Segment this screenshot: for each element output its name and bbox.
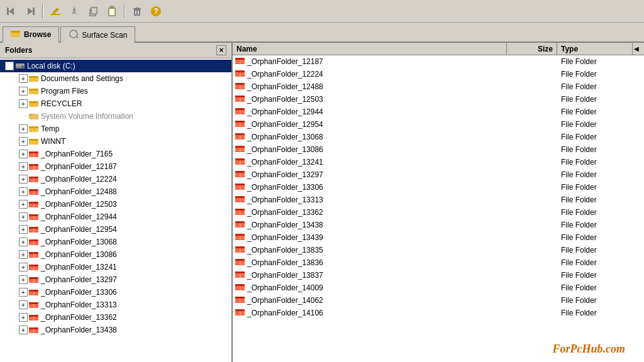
tree-expand-local-disk[interactable]: - — [5, 62, 14, 70]
file-row-0[interactable]: ! _OrphanFolder_12187 File Folder — [233, 55, 644, 68]
tree-expand-winnt[interactable]: + — [19, 137, 28, 146]
file-row-16[interactable]: ! _OrphanFolder_13836 File Folder — [233, 256, 644, 269]
file-icon-19: ! — [235, 295, 245, 306]
file-name-13: ! _OrphanFolder_13438 — [233, 219, 507, 231]
paste-button[interactable] — [103, 3, 121, 20]
svg-marker-0 — [9, 8, 14, 15]
file-row-17[interactable]: ! _OrphanFolder_13837 File Folder — [233, 269, 644, 282]
tree-item-_orphanfolder_13438[interactable]: + ! _OrphanFolder_13438 — [0, 324, 231, 336]
folders-tree[interactable]: - Local disk (C:) + Documents and Settin… — [0, 58, 231, 362]
tree-expand-program[interactable]: + — [19, 87, 28, 96]
tree-expand-_OrphanFolder_13086[interactable]: + — [19, 250, 28, 259]
file-type-6: File Folder — [557, 132, 633, 142]
file-name-10: ! _OrphanFolder_13306 — [233, 182, 507, 194]
file-row-3[interactable]: ! _OrphanFolder_12503 File Folder — [233, 93, 644, 106]
file-type-15: File Folder — [557, 245, 633, 255]
file-row-14[interactable]: ! _OrphanFolder_13439 File Folder — [233, 231, 644, 244]
svg-text:!: ! — [33, 316, 35, 321]
file-row-1[interactable]: ! _OrphanFolder_12224 File Folder — [233, 68, 644, 80]
tree-item-_orphanfolder_13068[interactable]: + ! _OrphanFolder_13068 — [0, 236, 231, 248]
tree-item-_orphanfolder_13313[interactable]: + ! _OrphanFolder_13313 — [0, 299, 231, 311]
svg-text:!: ! — [33, 190, 35, 195]
help-button[interactable]: ? — [147, 3, 165, 20]
file-row-5[interactable]: ! _OrphanFolder_12954 File Folder — [233, 118, 644, 131]
tree-expand-_OrphanFolder_12187[interactable]: + — [19, 162, 28, 171]
tree-item-_orphanfolder_13241[interactable]: + ! _OrphanFolder_13241 — [0, 261, 231, 273]
file-row-12[interactable]: ! _OrphanFolder_13362 File Folder — [233, 206, 644, 219]
tree-item-program-files[interactable]: + Program Files — [0, 85, 231, 97]
folder-red-icon-4: ! — [29, 199, 39, 210]
file-row-2[interactable]: ! _OrphanFolder_12488 File Folder — [233, 80, 644, 93]
col-header-type[interactable]: Type — [557, 43, 633, 55]
tree-item-system-volume[interactable]: System Volume Information — [0, 110, 231, 123]
tree-item-_orphanfolder_12944[interactable]: + ! _OrphanFolder_12944 — [0, 211, 231, 223]
file-name-20: ! _OrphanFolder_14106 — [233, 307, 507, 319]
surface-scan-tab[interactable]: Surface Scan — [60, 26, 135, 43]
file-name-5: ! _OrphanFolder_12954 — [233, 119, 507, 131]
file-row-8[interactable]: ! _OrphanFolder_13241 File Folder — [233, 156, 644, 168]
col-header-size[interactable]: Size — [507, 43, 557, 55]
tree-expand-_OrphanFolder_12488[interactable]: + — [19, 187, 28, 196]
tree-item-_orphanfolder_7165[interactable]: + ! _OrphanFolder_7165 — [0, 148, 231, 160]
file-size-16 — [507, 262, 557, 263]
file-row-11[interactable]: ! _OrphanFolder_13313 File Folder — [233, 194, 644, 206]
forward-button[interactable] — [21, 3, 39, 20]
svg-text:!: ! — [240, 198, 241, 202]
file-row-6[interactable]: ! _OrphanFolder_13068 File Folder — [233, 131, 644, 143]
tree-item-docs-settings[interactable]: + Documents and Settings — [0, 72, 231, 85]
tree-expand-_OrphanFolder_13438[interactable]: + — [19, 326, 28, 334]
file-row-10[interactable]: ! _OrphanFolder_13306 File Folder — [233, 181, 644, 194]
edit-button[interactable] — [47, 3, 64, 20]
back-button[interactable] — [3, 3, 20, 20]
tree-item-winnt[interactable]: + WINNT — [0, 135, 231, 148]
copy-button[interactable] — [84, 3, 102, 20]
tree-item-_orphanfolder_12503[interactable]: + ! _OrphanFolder_12503 — [0, 198, 231, 211]
file-row-13[interactable]: ! _OrphanFolder_13438 File Folder — [233, 219, 644, 231]
tree-item-temp[interactable]: + Temp — [0, 123, 231, 135]
file-row-7[interactable]: ! _OrphanFolder_13086 File Folder — [233, 143, 644, 156]
tree-expand-_OrphanFolder_13306[interactable]: + — [19, 288, 28, 297]
svg-rect-64 — [29, 214, 33, 216]
tree-expand-_OrphanFolder_13313[interactable]: + — [19, 300, 28, 309]
tree-expand-_OrphanFolder_7165[interactable]: + — [19, 150, 28, 158]
tree-item-_orphanfolder_13362[interactable]: + ! _OrphanFolder_13362 — [0, 311, 231, 324]
svg-text:!: ! — [33, 278, 35, 283]
browse-tab[interactable]: Browse — [3, 26, 59, 43]
tree-expand-_OrphanFolder_13241[interactable]: + — [19, 263, 28, 272]
tree-expand-_OrphanFolder_13297[interactable]: + — [19, 275, 28, 284]
tree-item-_orphanfolder_13306[interactable]: + ! _OrphanFolder_13306 — [0, 286, 231, 299]
tree-expand-temp[interactable]: + — [19, 124, 28, 133]
file-row-18[interactable]: ! _OrphanFolder_14009 File Folder — [233, 282, 644, 294]
tree-expand-_OrphanFolder_13068[interactable]: + — [19, 238, 28, 246]
file-row-20[interactable]: ! _OrphanFolder_14106 File Folder — [233, 307, 644, 319]
col-header-name[interactable]: Name — [233, 43, 507, 55]
tree-item-_orphanfolder_12187[interactable]: + ! _OrphanFolder_12187 — [0, 160, 231, 173]
file-row-9[interactable]: ! _OrphanFolder_13297 File Folder — [233, 168, 644, 181]
tree-expand-_OrphanFolder_12954[interactable]: + — [19, 225, 28, 234]
tree-item-_orphanfolder_13297[interactable]: + ! _OrphanFolder_13297 — [0, 273, 231, 286]
tree-expand-recycler[interactable]: + — [19, 99, 28, 108]
tree-item-_orphanfolder_13086[interactable]: + ! _OrphanFolder_13086 — [0, 248, 231, 261]
folders-close-button[interactable]: × — [216, 45, 226, 55]
svg-text:!: ! — [240, 286, 241, 290]
file-row-19[interactable]: ! _OrphanFolder_14062 File Folder — [233, 294, 644, 307]
cut-button[interactable] — [65, 3, 83, 20]
svg-text:!: ! — [240, 236, 241, 240]
tree-item-_orphanfolder_12954[interactable]: + ! _OrphanFolder_12954 — [0, 223, 231, 236]
tree-expand-docs[interactable]: + — [19, 74, 28, 83]
svg-rect-144 — [235, 184, 239, 185]
folder-red-icon-3: ! — [29, 187, 39, 197]
svg-rect-10 — [109, 8, 115, 16]
tree-item-recycler[interactable]: + RECYCLER — [0, 97, 231, 110]
tree-item-_orphanfolder_12224[interactable]: + ! _OrphanFolder_12224 — [0, 173, 231, 185]
tree-expand-_OrphanFolder_12944[interactable]: + — [19, 212, 28, 221]
tree-expand-_OrphanFolder_13362[interactable]: + — [19, 313, 28, 322]
tree-expand-_OrphanFolder_12503[interactable]: + — [19, 200, 28, 209]
tree-item-local-disk[interactable]: - Local disk (C:) — [0, 60, 231, 72]
file-row-4[interactable]: ! _OrphanFolder_12944 File Folder — [233, 106, 644, 118]
file-row-15[interactable]: ! _OrphanFolder_13835 File Folder — [233, 244, 644, 256]
delete-button[interactable] — [128, 3, 146, 20]
files-list[interactable]: ! _OrphanFolder_12187 File Folder ! _Orp… — [233, 55, 644, 362]
tree-expand-_OrphanFolder_12224[interactable]: + — [19, 175, 28, 184]
tree-item-_orphanfolder_12488[interactable]: + ! _OrphanFolder_12488 — [0, 185, 231, 198]
